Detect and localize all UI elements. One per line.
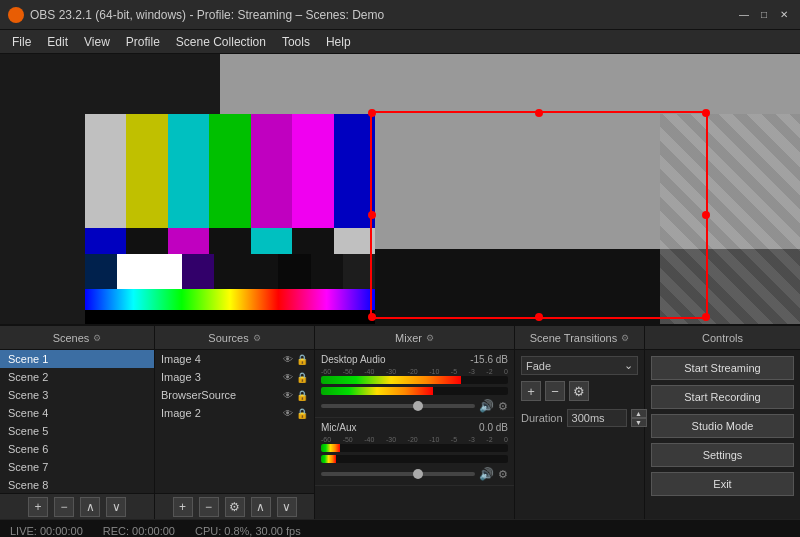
panels-container: Scenes ⚙ Scene 1 Scene 2 Scene 3 Scene 4… [0,324,800,519]
menu-edit[interactable]: Edit [39,33,76,51]
desktop-audio-db: -15.6 dB [470,354,508,365]
scene-item[interactable]: Scene 5 [0,422,154,440]
maximize-button[interactable]: □ [756,7,772,23]
eye-icon[interactable]: 👁 [283,408,293,419]
source-item[interactable]: Image 3 👁 🔒 [155,368,314,386]
mixer-header: Mixer ⚙ [315,326,514,350]
mute-icon[interactable]: 🔊 [479,399,494,413]
menubar: File Edit View Profile Scene Collection … [0,30,800,54]
eye-icon[interactable]: 👁 [283,354,293,365]
level-bar-fill [321,376,461,384]
audio-settings-icon[interactable]: ⚙ [498,400,508,413]
titlebar: OBS 23.2.1 (64-bit, windows) - Profile: … [0,0,800,30]
source-name: BrowserSource [161,389,236,401]
scene-item[interactable]: Scene 7 [0,458,154,476]
lock-icon[interactable]: 🔒 [296,372,308,383]
transitions-header: Scene Transitions ⚙ [515,326,644,350]
start-streaming-button[interactable]: Start Streaming [651,356,794,380]
desktop-audio-track: Desktop Audio -15.6 dB -60-50-40-30-20-1… [315,350,514,418]
menu-scene-collection[interactable]: Scene Collection [168,33,274,51]
mic-settings-icon[interactable]: ⚙ [498,468,508,481]
settings-button[interactable]: Settings [651,443,794,467]
desktop-audio-level-2 [321,387,508,395]
meter-ticks: -60-50-40-30-20-10-5-3-20 [321,368,508,375]
menu-file[interactable]: File [4,33,39,51]
duration-row: Duration ▲ ▼ [521,409,638,427]
close-button[interactable]: ✕ [776,7,792,23]
remove-transition-button[interactable]: − [545,381,565,401]
menu-tools[interactable]: Tools [274,33,318,51]
level-bar-fill-2 [321,387,433,395]
chevron-down-icon: ⌄ [624,359,633,372]
menu-help[interactable]: Help [318,33,359,51]
lock-icon[interactable]: 🔒 [296,408,308,419]
duration-label: Duration [521,412,563,424]
mixer-title: Mixer [395,332,422,344]
sources-panel: Sources ⚙ Image 4 👁 🔒 Image 3 👁 🔒 Browse… [155,326,315,519]
eye-icon[interactable]: 👁 [283,390,293,401]
transitions-toolbar: + − ⚙ [521,381,638,401]
mic-mute-icon[interactable]: 🔊 [479,467,494,481]
transitions-config-icon[interactable]: ⚙ [621,333,629,343]
scenes-panel: Scenes ⚙ Scene 1 Scene 2 Scene 3 Scene 4… [0,326,155,519]
desktop-audio-controls: 🔊 ⚙ [321,399,508,413]
scene-item[interactable]: Scene 8 [0,476,154,493]
controls-header: Controls [645,326,800,350]
sources-header: Sources ⚙ [155,326,314,350]
remove-scene-button[interactable]: − [54,497,74,517]
controls-panel: Controls Start Streaming Start Recording… [645,326,800,519]
source-item[interactable]: Image 4 👁 🔒 [155,350,314,368]
source-item[interactable]: Image 2 👁 🔒 [155,404,314,422]
lock-icon[interactable]: 🔒 [296,390,308,401]
source-item[interactable]: BrowserSource 👁 🔒 [155,386,314,404]
sources-title: Sources [208,332,248,344]
transition-type-value: Fade [526,360,551,372]
mic-aux-label: Mic/Aux [321,422,357,433]
live-status: LIVE: 00:00:00 [10,525,83,537]
diagonal-pattern [660,114,800,324]
scene-up-button[interactable]: ∧ [80,497,100,517]
mic-aux-db: 0.0 dB [479,422,508,433]
add-transition-button[interactable]: + [521,381,541,401]
scenes-title: Scenes [53,332,90,344]
source-down-button[interactable]: ∨ [277,497,297,517]
scene-item[interactable]: Scene 2 [0,368,154,386]
window-controls: — □ ✕ [736,7,792,23]
scene-item[interactable]: Scene 1 [0,350,154,368]
menu-view[interactable]: View [76,33,118,51]
minimize-button[interactable]: — [736,7,752,23]
mic-aux-level-2 [321,455,508,463]
transition-type-select[interactable]: Fade ⌄ [521,356,638,375]
transitions-title: Scene Transitions [530,332,617,344]
source-name: Image 2 [161,407,201,419]
menu-profile[interactable]: Profile [118,33,168,51]
sources-footer: + − ⚙ ∧ ∨ [155,493,314,519]
source-up-button[interactable]: ∧ [251,497,271,517]
cpu-status: CPU: 0.8%, 30.00 fps [195,525,301,537]
obs-icon [8,7,24,23]
sources-config-icon[interactable]: ⚙ [253,333,261,343]
source-settings-button[interactable]: ⚙ [225,497,245,517]
remove-source-button[interactable]: − [199,497,219,517]
mic-level-fill-2 [321,455,336,463]
add-scene-button[interactable]: + [28,497,48,517]
transition-settings-button[interactable]: ⚙ [569,381,589,401]
mic-aux-slider[interactable] [321,472,475,476]
studio-mode-button[interactable]: Studio Mode [651,414,794,438]
lock-icon[interactable]: 🔒 [296,354,308,365]
scene-item[interactable]: Scene 4 [0,404,154,422]
mixer-config-icon[interactable]: ⚙ [426,333,434,343]
scene-item[interactable]: Scene 6 [0,440,154,458]
start-recording-button[interactable]: Start Recording [651,385,794,409]
add-source-button[interactable]: + [173,497,193,517]
duration-input[interactable] [567,409,627,427]
transitions-content: Fade ⌄ + − ⚙ Duration ▲ ▼ [515,350,644,519]
desktop-audio-slider[interactable] [321,404,475,408]
meter-ticks-2: -60-50-40-30-20-10-5-3-20 [321,436,508,443]
exit-button[interactable]: Exit [651,472,794,496]
scenes-config-icon[interactable]: ⚙ [93,333,101,343]
scene-item[interactable]: Scene 3 [0,386,154,404]
desktop-audio-level [321,376,508,384]
eye-icon[interactable]: 👁 [283,372,293,383]
scene-down-button[interactable]: ∨ [106,497,126,517]
